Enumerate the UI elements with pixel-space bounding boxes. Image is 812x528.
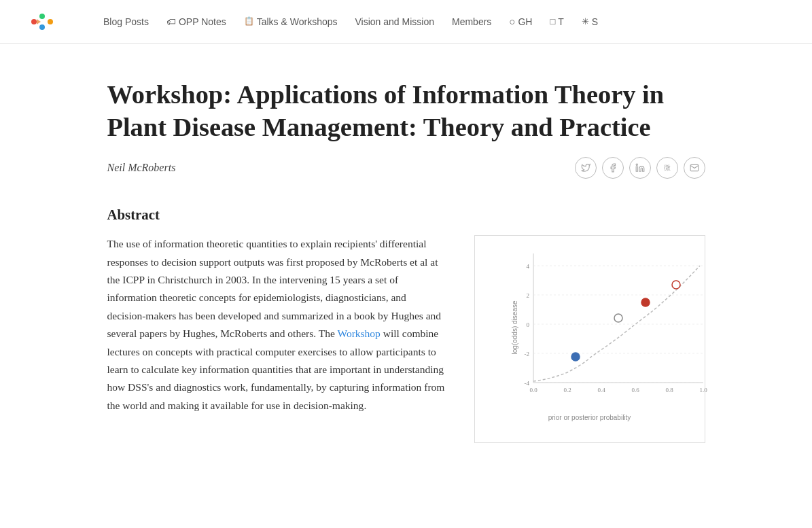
- share-email-button[interactable]: [684, 157, 705, 179]
- chart-y-axis-label: log(odds) disease: [510, 301, 520, 355]
- chart-x-axis-label: prior or posterior probability: [486, 412, 694, 423]
- chart-svg-wrapper: log(odds) disease -4 -2 0 2 4: [513, 247, 694, 408]
- social-share-bar: 微: [575, 157, 705, 179]
- svg-point-3: [39, 24, 45, 30]
- svg-text:0.0: 0.0: [529, 387, 537, 393]
- data-point-gray-open: [614, 314, 622, 322]
- nav-blog-posts[interactable]: Blog Posts: [96, 10, 156, 33]
- share-twitter-button[interactable]: [575, 157, 597, 179]
- svg-text:-4: -4: [524, 380, 529, 387]
- nav-opp-notes[interactable]: 🏷 OPP Notes: [160, 10, 233, 33]
- author-row: Neil McRoberts 微: [107, 157, 705, 179]
- abstract-text: The use of information theoretic quantit…: [107, 235, 447, 424]
- share-facebook-button[interactable]: [602, 157, 624, 179]
- abstract-paragraph-1: The use of information theoretic quantit…: [107, 235, 447, 415]
- clipboard-icon: 📋: [244, 15, 254, 28]
- site-logo[interactable]: [27, 7, 56, 36]
- nav-vision-mission[interactable]: Vision and Mission: [349, 10, 441, 33]
- share-linkedin-button[interactable]: [629, 157, 651, 179]
- article-title: Workshop: Applications of Information Th…: [107, 78, 705, 143]
- svg-point-2: [39, 14, 45, 19]
- data-point-red-filled: [641, 298, 650, 306]
- svg-text:2: 2: [526, 292, 529, 299]
- main-nav: Blog Posts 🏷 OPP Notes 📋 Talks & Worksho…: [96, 10, 785, 34]
- nav-members[interactable]: Members: [445, 10, 498, 33]
- svg-point-1: [31, 19, 37, 24]
- article-author: Neil McRoberts: [107, 159, 176, 177]
- twitter-box-icon: □: [550, 15, 555, 29]
- svg-text:0.6: 0.6: [631, 387, 639, 393]
- data-point-blue: [571, 353, 580, 361]
- svg-text:0.4: 0.4: [597, 387, 605, 393]
- nav-twitter[interactable]: □ T: [543, 10, 570, 33]
- svg-text:0: 0: [526, 321, 529, 328]
- nav-slack[interactable]: ✳ S: [575, 10, 605, 33]
- svg-text:1.0: 1.0: [699, 387, 707, 393]
- svg-text:0.2: 0.2: [563, 387, 571, 393]
- github-icon: ○: [509, 14, 515, 30]
- share-weibo-button[interactable]: 微: [656, 157, 678, 179]
- nav-talks-workshops[interactable]: 📋 Talks & Workshops: [237, 10, 345, 33]
- main-content: Workshop: Applications of Information Th…: [80, 44, 732, 497]
- svg-text:4: 4: [526, 263, 529, 270]
- abstract-content: The use of information theoretic quantit…: [107, 235, 705, 443]
- svg-text:-2: -2: [524, 351, 529, 357]
- scatter-chart: -4 -2 0 2 4 0.0 0.2 0.4 0.6 0.8 1.0: [513, 247, 710, 403]
- svg-point-6: [636, 164, 637, 165]
- svg-point-4: [48, 19, 53, 24]
- chart-container: log(odds) disease -4 -2 0 2 4: [474, 235, 705, 443]
- svg-text:0.8: 0.8: [665, 387, 673, 393]
- settings-icon: ✳: [582, 15, 589, 29]
- bookmark-icon: 🏷: [166, 14, 176, 29]
- data-point-red-open: [672, 281, 680, 289]
- workshop-link[interactable]: Workshop: [337, 328, 380, 339]
- site-header: Blog Posts 🏷 OPP Notes 📋 Talks & Worksho…: [0, 0, 812, 44]
- abstract-heading: Abstract: [107, 203, 705, 226]
- nav-gh[interactable]: ○ GH: [502, 10, 539, 34]
